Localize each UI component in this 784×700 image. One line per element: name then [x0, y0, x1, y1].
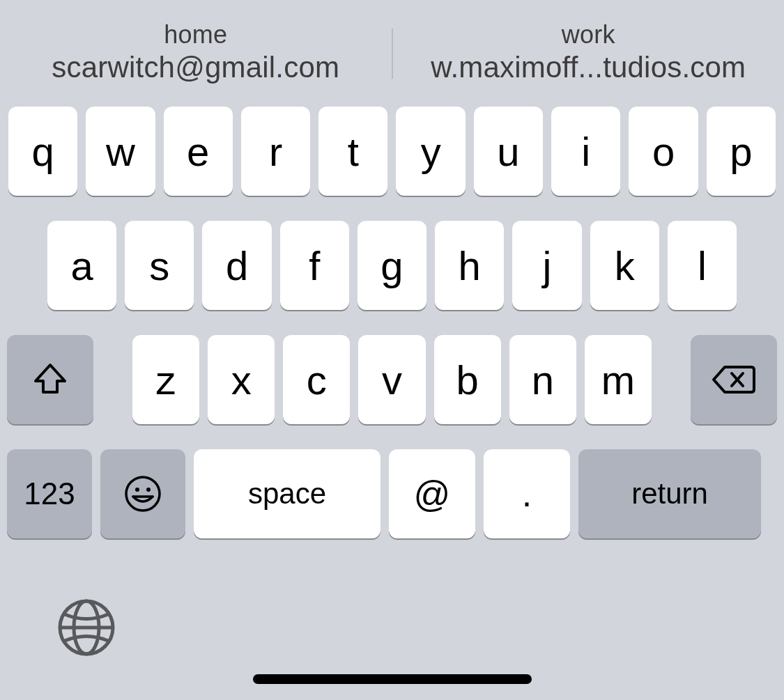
key-m[interactable]: m — [585, 335, 652, 424]
key-p[interactable]: p — [707, 107, 776, 196]
key-j[interactable]: j — [512, 221, 581, 310]
svg-point-2 — [146, 488, 151, 492]
row3-spacer-left — [102, 335, 124, 424]
key-l[interactable]: l — [668, 221, 737, 310]
key-return[interactable]: return — [578, 449, 761, 538]
keyboard-row-2: a s d f g h j k l — [7, 221, 777, 310]
key-n[interactable]: n — [509, 335, 576, 424]
key-b[interactable]: b — [434, 335, 501, 424]
globe-button[interactable] — [57, 598, 116, 657]
shift-icon — [31, 360, 70, 399]
key-x[interactable]: x — [208, 335, 275, 424]
key-y[interactable]: y — [396, 107, 465, 196]
key-backspace[interactable] — [691, 335, 777, 424]
key-q[interactable]: q — [8, 107, 77, 196]
key-g[interactable]: g — [358, 221, 426, 310]
emoji-icon — [124, 475, 162, 513]
key-a[interactable]: a — [47, 221, 116, 310]
key-v[interactable]: v — [358, 335, 425, 424]
home-indicator[interactable] — [253, 674, 532, 684]
key-numbers[interactable]: 123 — [7, 449, 92, 538]
bottom-area — [0, 561, 784, 700]
svg-point-0 — [126, 477, 160, 511]
key-h[interactable]: h — [435, 221, 504, 310]
svg-point-1 — [135, 488, 139, 492]
key-space[interactable]: space — [194, 449, 381, 538]
globe-icon — [57, 598, 116, 657]
suggestion-value: w.maximoff...tudios.com — [431, 51, 746, 84]
key-emoji[interactable] — [100, 449, 185, 538]
suggestion-label: home — [164, 20, 227, 49]
key-u[interactable]: u — [474, 107, 543, 196]
key-s[interactable]: s — [125, 221, 194, 310]
keyboard-row-3: z x c v b n m — [7, 335, 777, 424]
suggestion-label: work — [562, 20, 615, 49]
keyboard: q w e r t y u i o p a s d f g h j k l z … — [0, 94, 784, 538]
keyboard-row-4: 123 space @ . return — [7, 449, 777, 538]
backspace-icon — [711, 363, 757, 396]
suggestion-home[interactable]: home scarwitch@gmail.com — [0, 10, 392, 94]
row3-spacer-right — [660, 335, 682, 424]
key-k[interactable]: k — [590, 221, 659, 310]
key-dot[interactable]: . — [484, 449, 570, 538]
key-d[interactable]: d — [202, 221, 271, 310]
key-w[interactable]: w — [86, 107, 155, 196]
key-o[interactable]: o — [629, 107, 698, 196]
suggestion-value: scarwitch@gmail.com — [52, 51, 339, 84]
key-r[interactable]: r — [241, 107, 310, 196]
keyboard-row-1: q w e r t y u i o p — [7, 107, 777, 196]
key-c[interactable]: c — [283, 335, 350, 424]
key-t[interactable]: t — [318, 107, 387, 196]
suggestion-work[interactable]: work w.maximoff...tudios.com — [393, 10, 785, 94]
key-i[interactable]: i — [551, 107, 620, 196]
key-shift[interactable] — [7, 335, 93, 424]
key-at[interactable]: @ — [389, 449, 475, 538]
key-f[interactable]: f — [280, 221, 349, 310]
key-z[interactable]: z — [132, 335, 199, 424]
suggestion-bar: home scarwitch@gmail.com work w.maximoff… — [0, 0, 784, 94]
key-e[interactable]: e — [164, 107, 233, 196]
